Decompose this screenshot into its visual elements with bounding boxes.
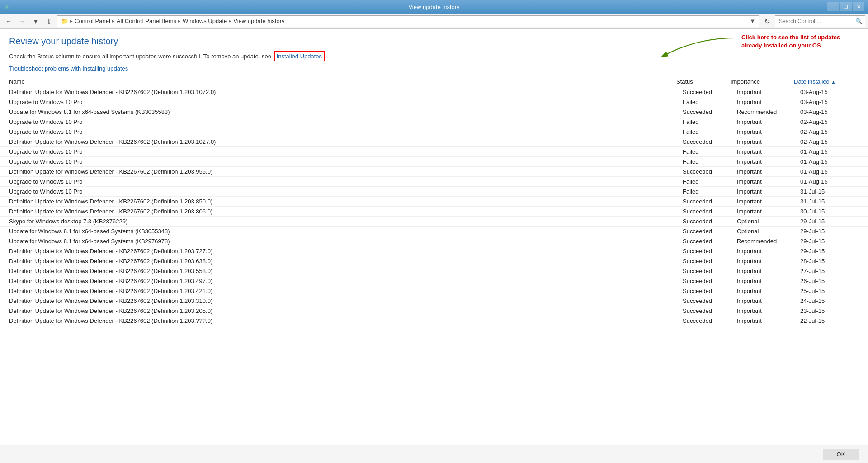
close-button[interactable]: ✕	[853, 2, 864, 11]
cell-importance: Important	[737, 158, 800, 165]
cell-importance: Important	[737, 298, 800, 304]
cell-name: Skype for Windows desktop 7.3 (KB2876229…	[9, 218, 683, 225]
cell-date: 29-Jul-15	[800, 248, 868, 255]
path-sep-4: ▸	[229, 18, 231, 24]
cell-name: Upgrade to Windows 10 Pro	[9, 118, 683, 125]
main-content: Review your update history Check the Sta…	[0, 29, 868, 445]
table-row[interactable]: Definition Update for Windows Defender -…	[0, 167, 868, 177]
table-row[interactable]: Upgrade to Windows 10 Pro Failed Importa…	[0, 177, 868, 187]
cell-date: 23-Jul-15	[800, 307, 868, 314]
table-row[interactable]: Definition Update for Windows Defender -…	[0, 316, 868, 326]
col-importance-header[interactable]: Importance	[731, 78, 794, 85]
window-title: View update history	[408, 4, 459, 10]
table-row[interactable]: Definition Update for Windows Defender -…	[0, 306, 868, 316]
cell-importance: Important	[737, 278, 800, 284]
table-row[interactable]: Definition Update for Windows Defender -…	[0, 286, 868, 296]
cell-date: 29-Jul-15	[800, 218, 868, 225]
cell-importance: Important	[737, 118, 800, 125]
cell-date: 01-Aug-15	[800, 148, 868, 155]
table-row[interactable]: Definition Update for Windows Defender -…	[0, 207, 868, 217]
path-control-panel[interactable]: Control Panel	[75, 18, 110, 24]
col-status-header[interactable]: Status	[676, 78, 731, 85]
cell-name: Upgrade to Windows 10 Pro	[9, 158, 683, 165]
table-row[interactable]: Definition Update for Windows Defender -…	[0, 266, 868, 276]
back-button[interactable]: ←	[3, 15, 14, 27]
cell-importance: Important	[737, 128, 800, 135]
cell-name: Upgrade to Windows 10 Pro	[9, 178, 683, 185]
minimize-button[interactable]: ─	[827, 2, 839, 11]
col-name-header[interactable]: Name	[9, 78, 676, 85]
cell-status: Succeeded	[683, 317, 737, 324]
path-windows-update[interactable]: Windows Update	[183, 18, 227, 24]
cell-status: Succeeded	[683, 268, 737, 274]
table-row[interactable]: Definition Update for Windows Defender -…	[0, 87, 868, 97]
table-row[interactable]: Update for Windows 8.1 for x64-based Sys…	[0, 227, 868, 236]
table-row[interactable]: Skype for Windows desktop 7.3 (KB2876229…	[0, 217, 868, 227]
header-section: Review your update history Check the Sta…	[0, 29, 868, 76]
table-row[interactable]: Definition Update for Windows Defender -…	[0, 256, 868, 266]
path-dropdown-arrow[interactable]: ▼	[750, 18, 755, 24]
cell-status: Succeeded	[683, 208, 737, 215]
cell-name: Definition Update for Windows Defender -…	[9, 307, 683, 314]
cell-date: 29-Jul-15	[800, 238, 868, 245]
cell-importance: Important	[737, 268, 800, 274]
installed-updates-link[interactable]: Installed Updates	[277, 53, 322, 60]
cell-status: Failed	[683, 99, 737, 105]
cell-name: Update for Windows 8.1 for x64-based Sys…	[9, 238, 683, 245]
cell-status: Succeeded	[683, 89, 737, 95]
cell-name: Definition Update for Windows Defender -…	[9, 248, 683, 255]
description-before: Check the Status column to ensure all im…	[9, 53, 273, 60]
cell-importance: Important	[737, 248, 800, 255]
annotation-text: Click here to see the list of updates al…	[741, 33, 841, 50]
cell-name: Definition Update for Windows Defender -…	[9, 208, 683, 215]
cell-name: Definition Update for Windows Defender -…	[9, 288, 683, 294]
table-row[interactable]: Definition Update for Windows Defender -…	[0, 296, 868, 306]
cell-status: Succeeded	[683, 288, 737, 294]
cell-importance: Important	[737, 317, 800, 324]
address-path[interactable]: 📁 ▸ Control Panel ▸ All Control Panel It…	[57, 15, 760, 27]
installed-updates-box: Installed Updates	[274, 51, 325, 61]
up-button[interactable]: ⇧	[43, 15, 55, 27]
cell-importance: Important	[737, 148, 800, 155]
cell-name: Definition Update for Windows Defender -…	[9, 138, 683, 145]
cell-date: 03-Aug-15	[800, 109, 868, 115]
table-row[interactable]: Definition Update for Windows Defender -…	[0, 137, 868, 147]
table-row[interactable]: Update for Windows 8.1 for x64-based Sys…	[0, 107, 868, 117]
table-row[interactable]: Upgrade to Windows 10 Pro Failed Importa…	[0, 147, 868, 157]
cell-name: Upgrade to Windows 10 Pro	[9, 188, 683, 195]
troubleshoot-link[interactable]: Troubleshoot problems with installing up…	[9, 65, 128, 72]
cell-name: Definition Update for Windows Defender -…	[9, 278, 683, 284]
cell-status: Succeeded	[683, 218, 737, 225]
cell-name: Definition Update for Windows Defender -…	[9, 298, 683, 304]
cell-status: Succeeded	[683, 138, 737, 145]
search-input[interactable]	[775, 15, 865, 27]
table-row[interactable]: Definition Update for Windows Defender -…	[0, 246, 868, 256]
cell-name: Definition Update for Windows Defender -…	[9, 89, 683, 95]
cell-importance: Important	[737, 168, 800, 175]
table-row[interactable]: Definition Update for Windows Defender -…	[0, 276, 868, 286]
cell-date: 25-Jul-15	[800, 288, 868, 294]
window-icon: ⊞	[4, 3, 11, 10]
table-row[interactable]: Upgrade to Windows 10 Pro Failed Importa…	[0, 127, 868, 137]
cell-importance: Important	[737, 99, 800, 105]
table-row[interactable]: Upgrade to Windows 10 Pro Failed Importa…	[0, 157, 868, 167]
table-row[interactable]: Upgrade to Windows 10 Pro Failed Importa…	[0, 117, 868, 127]
table-body[interactable]: Definition Update for Windows Defender -…	[0, 87, 868, 445]
table-row[interactable]: Upgrade to Windows 10 Pro Failed Importa…	[0, 187, 868, 197]
refresh-button[interactable]: ↻	[761, 15, 773, 27]
forward-button[interactable]: →	[16, 15, 28, 27]
table-row[interactable]: Update for Windows 8.1 for x64-based Sys…	[0, 236, 868, 246]
restore-button[interactable]: ❐	[840, 2, 852, 11]
cell-status: Succeeded	[683, 109, 737, 115]
col-date-header[interactable]: Date installed ▲	[794, 78, 862, 85]
cell-status: Succeeded	[683, 307, 737, 314]
table-row[interactable]: Upgrade to Windows 10 Pro Failed Importa…	[0, 97, 868, 107]
ok-button[interactable]: OK	[823, 449, 859, 460]
cell-status: Succeeded	[683, 248, 737, 255]
table-row[interactable]: Definition Update for Windows Defender -…	[0, 197, 868, 207]
path-all-items[interactable]: All Control Panel Items	[117, 18, 176, 24]
cell-status: Failed	[683, 188, 737, 195]
dropdown-button[interactable]: ▼	[30, 15, 42, 27]
cell-name: Upgrade to Windows 10 Pro	[9, 148, 683, 155]
cell-date: 31-Jul-15	[800, 188, 868, 195]
